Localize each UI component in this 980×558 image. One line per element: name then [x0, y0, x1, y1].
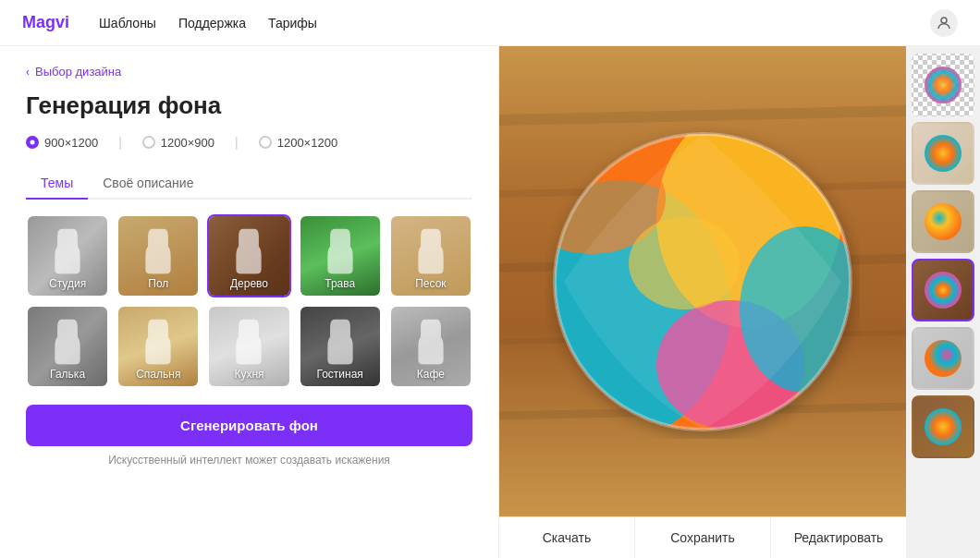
- breadcrumb[interactable]: ‹ Выбор дизайна: [26, 65, 472, 79]
- theme-item-kitchen[interactable]: Кухня: [207, 305, 290, 388]
- breadcrumb-label: Выбор дизайна: [35, 65, 121, 79]
- svg-point-21: [925, 203, 962, 240]
- theme-item-pebble[interactable]: Галька: [26, 305, 109, 388]
- theme-label-living: Гостиная: [317, 368, 363, 381]
- theme-label-cafe: Кафе: [417, 368, 445, 381]
- navbar-right: [930, 9, 958, 37]
- thumbnail-4[interactable]: [912, 327, 974, 390]
- size-option-2[interactable]: 1200×1200: [259, 136, 337, 150]
- back-arrow-icon: ‹: [26, 66, 30, 79]
- svg-point-20: [925, 135, 962, 172]
- generate-button[interactable]: Сгенерировать фон: [26, 405, 472, 446]
- svg-point-0: [941, 18, 947, 23]
- size-label-1: 1200×900: [161, 136, 214, 150]
- theme-item-floor[interactable]: Пол: [116, 214, 200, 297]
- themes-grid: Студия Пол Дерево Трава Песок Галька Спа…: [26, 214, 472, 388]
- nav-links: Шаблоны Поддержка Тарифы: [99, 16, 930, 30]
- theme-item-grass[interactable]: Трава: [299, 214, 382, 297]
- theme-label-studio: Студия: [49, 277, 86, 290]
- theme-item-living[interactable]: Гостиная: [299, 305, 382, 388]
- user-avatar[interactable]: [930, 9, 958, 37]
- thumbnail-1[interactable]: [912, 122, 974, 185]
- theme-item-sand[interactable]: Песок: [389, 214, 472, 297]
- right-panel: Скачать Сохранить Редактировать: [499, 46, 980, 558]
- tab-themes[interactable]: Темы: [26, 168, 88, 200]
- svg-point-19: [925, 67, 962, 103]
- theme-item-studio[interactable]: Студия: [26, 214, 109, 297]
- thumbnail-5[interactable]: [912, 395, 974, 458]
- radio-dot-2: [259, 136, 272, 149]
- theme-label-kitchen: Кухня: [234, 368, 263, 381]
- left-panel: ‹ Выбор дизайна Генерация фона 900×1200 …: [0, 46, 499, 558]
- theme-label-floor: Пол: [148, 277, 168, 290]
- ai-note: Искусственный интеллект может создавать …: [26, 454, 472, 467]
- tab-custom[interactable]: Своё описание: [88, 168, 208, 200]
- logo: Magvi: [22, 13, 69, 32]
- preview-image-container: [499, 46, 906, 516]
- thumbnails-sidebar: [906, 46, 980, 558]
- size-options: 900×1200 | 1200×900 | 1200×1200: [26, 135, 472, 150]
- nav-link-support[interactable]: Поддержка: [178, 16, 246, 30]
- svg-point-24: [925, 408, 962, 445]
- preview-actions: Скачать Сохранить Редактировать: [499, 516, 906, 558]
- thumbnail-3[interactable]: [912, 259, 974, 321]
- size-sep-2: |: [235, 135, 239, 150]
- preview-area: Скачать Сохранить Редактировать: [499, 46, 906, 558]
- navbar: Magvi Шаблоны Поддержка Тарифы: [0, 0, 980, 46]
- size-label-2: 1200×1200: [277, 136, 337, 150]
- svg-point-22: [925, 272, 962, 309]
- save-button[interactable]: Сохранить: [635, 517, 771, 558]
- theme-label-bedroom: Спальня: [136, 368, 180, 381]
- svg-point-23: [925, 340, 962, 377]
- theme-label-grass: Трава: [325, 277, 355, 290]
- theme-item-wood[interactable]: Дерево: [207, 214, 290, 297]
- edit-button[interactable]: Редактировать: [771, 517, 906, 558]
- nav-link-pricing[interactable]: Тарифы: [268, 16, 317, 30]
- theme-label-pebble: Галька: [50, 368, 85, 381]
- theme-label-sand: Песок: [415, 277, 446, 290]
- size-option-1[interactable]: 1200×900: [142, 136, 214, 150]
- download-button[interactable]: Скачать: [499, 517, 635, 558]
- thumbnail-2[interactable]: [912, 190, 974, 253]
- size-option-0[interactable]: 900×1200: [26, 136, 98, 150]
- theme-item-bedroom[interactable]: Спальня: [116, 305, 200, 388]
- thumbnail-0[interactable]: [912, 54, 974, 116]
- radio-dot-1: [142, 136, 155, 149]
- tabs: Темы Своё описание: [26, 168, 472, 200]
- theme-item-cafe[interactable]: Кафе: [389, 305, 472, 388]
- nav-link-templates[interactable]: Шаблоны: [99, 16, 156, 30]
- size-sep-1: |: [118, 135, 122, 150]
- theme-label-wood: Дерево: [230, 277, 268, 290]
- size-label-0: 900×1200: [44, 136, 98, 150]
- radio-dot-0: [26, 136, 39, 149]
- main-layout: ‹ Выбор дизайна Генерация фона 900×1200 …: [0, 46, 980, 558]
- page-title: Генерация фона: [26, 91, 472, 120]
